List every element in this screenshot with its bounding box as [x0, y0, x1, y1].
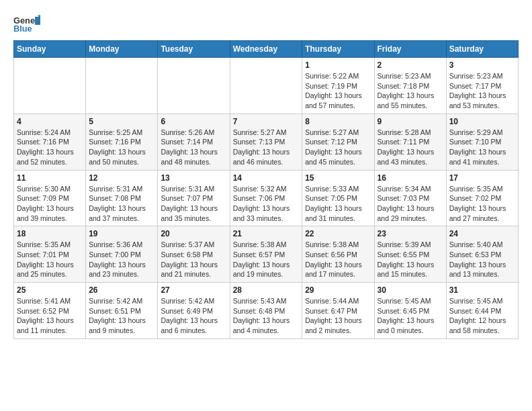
calendar-table: SundayMondayTuesdayWednesdayThursdayFrid… [13, 40, 519, 339]
day-info: Sunrise: 5:30 AM Sunset: 7:09 PM Dayligh… [17, 184, 83, 224]
calendar-cell: 1Sunrise: 5:22 AM Sunset: 7:19 PM Daylig… [302, 58, 374, 114]
day-info: Sunrise: 5:32 AM Sunset: 7:06 PM Dayligh… [233, 184, 300, 224]
calendar-week-3: 11Sunrise: 5:30 AM Sunset: 7:09 PM Dayli… [14, 170, 519, 226]
day-info: Sunrise: 5:22 AM Sunset: 7:19 PM Dayligh… [305, 71, 371, 111]
day-info: Sunrise: 5:27 AM Sunset: 7:12 PM Dayligh… [305, 128, 371, 167]
calendar-cell: 27Sunrise: 5:42 AM Sunset: 6:49 PM Dayli… [158, 283, 230, 339]
calendar-cell: 16Sunrise: 5:34 AM Sunset: 7:03 PM Dayli… [374, 170, 446, 226]
weekday-header-wednesday: Wednesday [230, 41, 302, 58]
calendar-cell: 3Sunrise: 5:23 AM Sunset: 7:17 PM Daylig… [446, 58, 518, 114]
day-info: Sunrise: 5:41 AM Sunset: 6:52 PM Dayligh… [17, 296, 83, 336]
day-number: 22 [305, 229, 371, 238]
calendar-cell: 23Sunrise: 5:39 AM Sunset: 6:55 PM Dayli… [374, 226, 446, 283]
weekday-header-sunday: Sunday [14, 41, 86, 58]
day-number: 4 [17, 117, 83, 126]
day-number: 14 [233, 173, 300, 183]
day-number: 8 [305, 117, 371, 126]
day-number: 7 [233, 117, 300, 126]
calendar-cell: 12Sunrise: 5:31 AM Sunset: 7:08 PM Dayli… [86, 170, 158, 226]
calendar-week-5: 25Sunrise: 5:41 AM Sunset: 6:52 PM Dayli… [14, 283, 519, 339]
calendar-cell: 17Sunrise: 5:35 AM Sunset: 7:02 PM Dayli… [446, 170, 518, 226]
calendar-cell: 31Sunrise: 5:45 AM Sunset: 6:44 PM Dayli… [446, 283, 518, 339]
calendar-cell: 6Sunrise: 5:26 AM Sunset: 7:14 PM Daylig… [158, 113, 230, 170]
calendar-cell: 25Sunrise: 5:41 AM Sunset: 6:52 PM Dayli… [14, 283, 86, 339]
calendar-cell: 29Sunrise: 5:44 AM Sunset: 6:47 PM Dayli… [302, 283, 374, 339]
day-info: Sunrise: 5:39 AM Sunset: 6:55 PM Dayligh… [378, 240, 443, 279]
weekday-header-tuesday: Tuesday [158, 41, 230, 58]
calendar-cell: 5Sunrise: 5:25 AM Sunset: 7:16 PM Daylig… [86, 113, 158, 170]
calendar-cell: 7Sunrise: 5:27 AM Sunset: 7:13 PM Daylig… [230, 113, 302, 170]
calendar-week-1: 1Sunrise: 5:22 AM Sunset: 7:19 PM Daylig… [14, 58, 519, 114]
calendar-cell: 13Sunrise: 5:31 AM Sunset: 7:07 PM Dayli… [158, 170, 230, 226]
day-info: Sunrise: 5:23 AM Sunset: 7:17 PM Dayligh… [449, 71, 515, 111]
day-info: Sunrise: 5:42 AM Sunset: 6:49 PM Dayligh… [161, 296, 226, 336]
logo: General Blue [13, 13, 40, 34]
day-info: Sunrise: 5:26 AM Sunset: 7:14 PM Dayligh… [161, 128, 226, 167]
calendar-cell [158, 58, 230, 114]
day-number: 2 [378, 60, 443, 70]
day-info: Sunrise: 5:43 AM Sunset: 6:48 PM Dayligh… [233, 296, 300, 336]
calendar-cell: 15Sunrise: 5:33 AM Sunset: 7:05 PM Dayli… [302, 170, 374, 226]
day-info: Sunrise: 5:38 AM Sunset: 6:57 PM Dayligh… [233, 240, 300, 279]
calendar-cell: 24Sunrise: 5:40 AM Sunset: 6:53 PM Dayli… [446, 226, 518, 283]
day-number: 25 [17, 285, 83, 295]
day-number: 29 [305, 285, 371, 295]
calendar-cell: 2Sunrise: 5:23 AM Sunset: 7:18 PM Daylig… [374, 58, 446, 114]
day-number: 1 [305, 60, 371, 70]
day-info: Sunrise: 5:40 AM Sunset: 6:53 PM Dayligh… [449, 240, 515, 279]
page-header: General Blue [13, 13, 519, 34]
calendar-cell: 4Sunrise: 5:24 AM Sunset: 7:16 PM Daylig… [14, 113, 86, 170]
calendar-cell: 11Sunrise: 5:30 AM Sunset: 7:09 PM Dayli… [14, 170, 86, 226]
day-info: Sunrise: 5:33 AM Sunset: 7:05 PM Dayligh… [305, 184, 371, 224]
day-number: 9 [378, 117, 443, 126]
day-number: 23 [378, 229, 443, 238]
day-info: Sunrise: 5:29 AM Sunset: 7:10 PM Dayligh… [449, 128, 515, 167]
calendar-cell: 30Sunrise: 5:45 AM Sunset: 6:45 PM Dayli… [374, 283, 446, 339]
calendar-week-4: 18Sunrise: 5:35 AM Sunset: 7:01 PM Dayli… [14, 226, 519, 283]
day-info: Sunrise: 5:45 AM Sunset: 6:44 PM Dayligh… [449, 296, 515, 336]
calendar-cell: 8Sunrise: 5:27 AM Sunset: 7:12 PM Daylig… [302, 113, 374, 170]
day-info: Sunrise: 5:24 AM Sunset: 7:16 PM Dayligh… [17, 128, 83, 167]
svg-marker-2 [35, 17, 40, 25]
day-number: 26 [89, 285, 154, 295]
day-info: Sunrise: 5:35 AM Sunset: 7:02 PM Dayligh… [449, 184, 515, 224]
day-info: Sunrise: 5:42 AM Sunset: 6:51 PM Dayligh… [89, 296, 154, 336]
day-info: Sunrise: 5:23 AM Sunset: 7:18 PM Dayligh… [378, 71, 443, 111]
weekday-header-row: SundayMondayTuesdayWednesdayThursdayFrid… [14, 41, 519, 58]
day-number: 21 [233, 229, 300, 238]
day-info: Sunrise: 5:35 AM Sunset: 7:01 PM Dayligh… [17, 240, 83, 279]
day-number: 3 [449, 60, 515, 70]
day-info: Sunrise: 5:25 AM Sunset: 7:16 PM Dayligh… [89, 128, 154, 167]
day-info: Sunrise: 5:44 AM Sunset: 6:47 PM Dayligh… [305, 296, 371, 336]
calendar-cell: 9Sunrise: 5:28 AM Sunset: 7:11 PM Daylig… [374, 113, 446, 170]
calendar-cell: 18Sunrise: 5:35 AM Sunset: 7:01 PM Dayli… [14, 226, 86, 283]
day-number: 28 [233, 285, 300, 295]
day-number: 30 [378, 285, 443, 295]
calendar-cell [14, 58, 86, 114]
day-info: Sunrise: 5:31 AM Sunset: 7:07 PM Dayligh… [161, 184, 226, 224]
day-info: Sunrise: 5:36 AM Sunset: 7:00 PM Dayligh… [89, 240, 154, 279]
day-number: 18 [17, 229, 83, 238]
weekday-header-thursday: Thursday [302, 41, 374, 58]
day-number: 5 [89, 117, 154, 126]
day-info: Sunrise: 5:37 AM Sunset: 6:58 PM Dayligh… [161, 240, 226, 279]
day-number: 31 [449, 285, 515, 295]
logo-icon: General Blue [13, 13, 40, 34]
calendar-week-2: 4Sunrise: 5:24 AM Sunset: 7:16 PM Daylig… [14, 113, 519, 170]
weekday-header-friday: Friday [374, 41, 446, 58]
calendar-cell [230, 58, 302, 114]
day-info: Sunrise: 5:27 AM Sunset: 7:13 PM Dayligh… [233, 128, 300, 167]
day-number: 24 [449, 229, 515, 238]
day-info: Sunrise: 5:34 AM Sunset: 7:03 PM Dayligh… [378, 184, 443, 224]
calendar-cell: 19Sunrise: 5:36 AM Sunset: 7:00 PM Dayli… [86, 226, 158, 283]
day-number: 20 [161, 229, 226, 238]
calendar-cell: 22Sunrise: 5:38 AM Sunset: 6:56 PM Dayli… [302, 226, 374, 283]
day-info: Sunrise: 5:28 AM Sunset: 7:11 PM Dayligh… [378, 128, 443, 167]
calendar-cell: 28Sunrise: 5:43 AM Sunset: 6:48 PM Dayli… [230, 283, 302, 339]
day-number: 10 [449, 117, 515, 126]
day-number: 11 [17, 173, 83, 183]
day-number: 12 [89, 173, 154, 183]
day-number: 19 [89, 229, 154, 238]
calendar-cell: 26Sunrise: 5:42 AM Sunset: 6:51 PM Dayli… [86, 283, 158, 339]
day-number: 13 [161, 173, 226, 183]
